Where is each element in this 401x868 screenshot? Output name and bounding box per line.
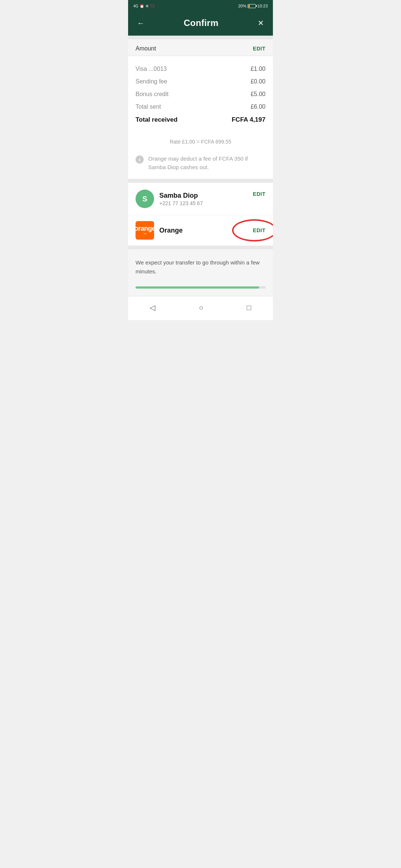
table-row: Sending fee £0.00	[136, 75, 265, 88]
header: ← Confirm ✕	[128, 12, 273, 36]
extra-icon: ⬛	[150, 4, 154, 8]
battery-icon	[248, 4, 256, 8]
signal-icon: 4G	[133, 4, 138, 8]
table-row: Total sent £6.00	[136, 101, 265, 113]
total-received-row: Total received FCFA 4,197	[136, 113, 265, 126]
rate-text: Rate £1.00 = FCFA 699.55	[170, 139, 231, 145]
bonus-credit-label: Bonus credit	[136, 91, 169, 98]
recipient-phone: +221 77 123 45 67	[159, 200, 248, 206]
total-sent-label: Total sent	[136, 103, 161, 110]
nav-bar: ◁ ○ □	[128, 296, 273, 320]
nav-back-button[interactable]: ◁	[142, 301, 163, 314]
sending-fee-label: Sending fee	[136, 78, 167, 85]
close-button[interactable]: ✕	[256, 17, 265, 29]
amount-edit-button[interactable]: EDIT	[253, 46, 265, 52]
provider-section: orange ™ Orange EDIT	[128, 215, 273, 246]
total-sent-value: £6.00	[251, 103, 265, 110]
transfer-info-text: We expect your transfer to go through wi…	[136, 258, 265, 276]
page-title: Confirm	[184, 18, 218, 28]
bonus-credit-value: £5.00	[251, 91, 265, 98]
recipient-name: Samba Diop	[159, 192, 248, 200]
info-icon: i	[136, 155, 144, 164]
back-button[interactable]: ←	[136, 17, 146, 29]
recipient-info: Samba Diop +221 77 123 45 67	[159, 192, 248, 206]
bluetooth-icon: ✲	[146, 4, 149, 8]
provider-edit-button[interactable]: EDIT	[253, 227, 265, 233]
status-left: 4G ⏰ ✲ ⬛	[133, 4, 154, 8]
sending-fee-value: £0.00	[251, 78, 265, 85]
provider-edit-wrapper: EDIT	[253, 227, 265, 234]
total-received-value: FCFA 4,197	[232, 116, 265, 124]
details-card: Visa ...0013 £1.00 Sending fee £0.00 Bon…	[128, 56, 273, 133]
provider-logo: orange ™	[136, 221, 154, 240]
nav-recents-button[interactable]: □	[239, 301, 258, 314]
time-display: 10:23	[257, 4, 268, 8]
provider-logo-tm: ™	[143, 233, 146, 236]
rate-row: Rate £1.00 = FCFA 699.55	[128, 133, 273, 149]
visa-label: Visa ...0013	[136, 66, 167, 72]
battery-tip	[256, 5, 257, 7]
battery-percent: 20%	[238, 4, 246, 8]
progress-fill	[136, 286, 259, 289]
status-bar: 4G ⏰ ✲ ⬛ 20% 10:23	[128, 0, 273, 12]
table-row: Visa ...0013 £1.00	[136, 63, 265, 75]
progress-container	[128, 282, 273, 296]
section-divider-3	[128, 246, 273, 249]
recipient-avatar: S	[136, 190, 154, 208]
visa-value: £1.00	[251, 66, 265, 72]
amount-label: Amount	[136, 45, 156, 52]
battery-fill	[248, 5, 250, 7]
alarm-icon: ⏰	[140, 4, 144, 8]
nav-home-button[interactable]: ○	[191, 301, 211, 314]
progress-bar	[136, 286, 265, 289]
transfer-info-section: We expect your transfer to go through wi…	[128, 249, 273, 282]
provider-name: Orange	[159, 227, 248, 234]
section-divider-2	[128, 179, 273, 183]
status-right: 20% 10:23	[238, 4, 268, 8]
info-row: i Orange may deduct a fee of FCFA 350 if…	[128, 149, 273, 179]
provider-logo-text: orange	[134, 225, 156, 233]
info-note-text: Orange may deduct a fee of FCFA 350 if S…	[148, 155, 265, 171]
total-received-label: Total received	[136, 116, 177, 124]
table-row: Bonus credit £5.00	[136, 88, 265, 101]
amount-section: Amount EDIT	[128, 39, 273, 56]
recipient-section: S Samba Diop +221 77 123 45 67 EDIT	[128, 183, 273, 215]
recipient-edit-button[interactable]: EDIT	[253, 191, 265, 197]
section-divider-1	[128, 36, 273, 39]
